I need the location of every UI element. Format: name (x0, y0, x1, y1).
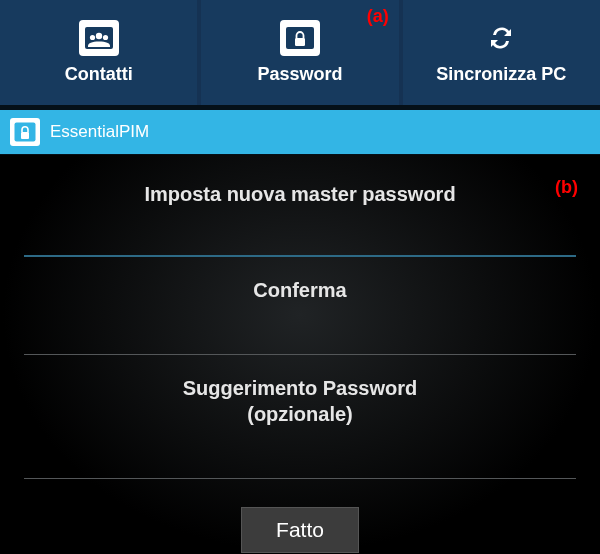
titlebar: EssentialPIM (0, 105, 600, 155)
toolbar-item-contacts[interactable]: Contatti (0, 0, 197, 105)
password-form: (b) Imposta nuova master password Confer… (0, 155, 600, 554)
toolbar-label-sync: Sincronizza PC (436, 64, 566, 85)
top-toolbar: Contatti (a) Password Sincronizza PC (0, 0, 600, 105)
confirm-label: Conferma (24, 277, 576, 303)
confirm-block: Conferma (24, 277, 576, 355)
svg-rect-7 (295, 38, 305, 46)
hint-label-line2: (opzionale) (24, 401, 576, 427)
sync-icon (484, 20, 518, 56)
svg-point-4 (103, 35, 108, 40)
marker-b: (b) (555, 177, 578, 198)
app-lock-icon (10, 118, 40, 146)
toolbar-label-password: Password (257, 64, 342, 85)
hint-input[interactable] (24, 439, 576, 479)
hint-label-line1: Suggerimento Password (24, 375, 576, 401)
contacts-icon (79, 20, 119, 56)
master-password-input[interactable] (24, 217, 576, 257)
toolbar-item-sync[interactable]: Sincronizza PC (403, 0, 600, 105)
app-title: EssentialPIM (50, 122, 149, 142)
hint-block: Suggerimento Password (opzionale) (24, 375, 576, 479)
svg-point-2 (95, 33, 101, 39)
svg-rect-10 (21, 132, 29, 139)
master-password-block: Imposta nuova master password (24, 181, 576, 257)
toolbar-item-password[interactable]: (a) Password (201, 0, 398, 105)
svg-point-3 (90, 35, 95, 40)
confirm-password-input[interactable] (24, 315, 576, 355)
master-password-label: Imposta nuova master password (24, 181, 576, 207)
marker-a: (a) (367, 6, 389, 27)
lock-icon (280, 20, 320, 56)
toolbar-label-contacts: Contatti (65, 64, 133, 85)
done-button[interactable]: Fatto (241, 507, 359, 553)
